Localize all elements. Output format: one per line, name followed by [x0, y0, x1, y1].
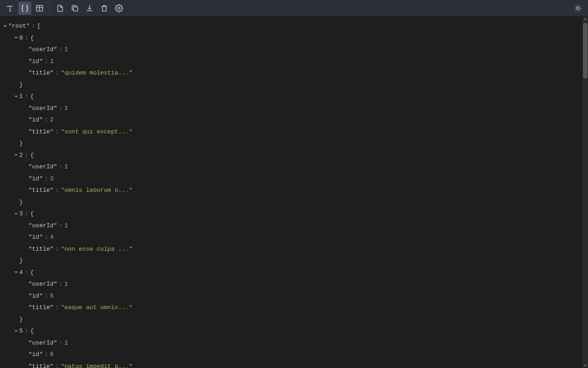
array-index: 0 [19, 34, 23, 43]
array-item-1[interactable]: 1 : { [2, 91, 588, 103]
prop-id-3[interactable]: "id" : 4 [2, 231, 588, 243]
gear-icon [115, 4, 123, 12]
sun-icon [574, 4, 582, 12]
caret-icon[interactable] [13, 329, 19, 334]
array-open: [ [37, 22, 41, 31]
colon: : [56, 303, 59, 312]
prop-val-userId: 1 [64, 104, 68, 113]
prop-userId-1[interactable]: "userId" : 1 [2, 103, 588, 115]
array-index: 3 [19, 209, 23, 218]
array-item-0[interactable]: 0 : { [2, 32, 588, 44]
colon: : [56, 362, 59, 368]
colon: : [25, 151, 28, 160]
prop-title-5[interactable]: "title" : "natus impedit q..." [2, 361, 588, 368]
prop-val-userId: 1 [64, 162, 68, 172]
colon: : [25, 268, 28, 277]
delete-button[interactable] [98, 2, 111, 15]
prop-val-userId: 1 [64, 221, 68, 230]
colon: : [56, 186, 59, 195]
caret-icon[interactable] [13, 35, 19, 40]
prop-val-userId: 1 [64, 339, 68, 348]
toolbar-right [571, 2, 584, 15]
prop-val-userId: 1 [64, 280, 68, 289]
copy-icon [71, 4, 79, 12]
colon: : [56, 245, 59, 254]
prop-id-5[interactable]: "id" : 6 [2, 349, 588, 361]
prop-val-id: 1 [50, 57, 54, 66]
scrollbar-thumb[interactable] [583, 23, 588, 78]
prop-userId-0[interactable]: "userId" : 1 [2, 44, 588, 56]
settings-button[interactable] [113, 2, 125, 15]
prop-title-0[interactable]: "title" : "quidem molestia..." [2, 67, 588, 79]
caret-icon[interactable] [2, 24, 8, 29]
scroll-up-arrow[interactable] [582, 17, 588, 22]
prop-key-title: "title" [28, 127, 54, 137]
colon: : [32, 22, 35, 31]
scroll-down-arrow[interactable] [582, 362, 588, 368]
tree-view-button[interactable] [18, 2, 31, 15]
prop-title-1[interactable]: "title" : "sunt qui except..." [2, 126, 588, 138]
colon: : [59, 162, 62, 172]
prop-id-4[interactable]: "id" : 5 [2, 290, 588, 302]
colon: : [56, 69, 59, 78]
object-close-0: } [2, 79, 588, 91]
file-icon [56, 4, 64, 12]
text-view-button[interactable] [4, 2, 17, 15]
prop-key-title: "title" [28, 303, 54, 312]
new-button[interactable] [54, 2, 67, 15]
root-node[interactable]: "root" : [ [2, 20, 588, 32]
root-key: "root" [8, 22, 30, 31]
prop-key-id: "id" [28, 115, 43, 125]
array-item-2[interactable]: 2 : { [2, 150, 588, 161]
toolbar-left [4, 2, 125, 15]
prop-key-id: "id" [28, 292, 43, 301]
colon: : [45, 57, 48, 66]
prop-id-2[interactable]: "id" : 3 [2, 173, 588, 185]
scrollbar[interactable] [582, 17, 588, 368]
prop-key-id: "id" [28, 233, 43, 242]
colon: : [45, 115, 48, 125]
prop-key-userId: "userId" [28, 339, 57, 348]
table-icon [35, 4, 44, 12]
download-button[interactable] [83, 2, 96, 15]
table-view-button[interactable] [33, 2, 46, 15]
object-open: { [30, 34, 34, 43]
prop-title-4[interactable]: "title" : "eaque aut omnis..." [2, 302, 588, 314]
toolbar-divider [50, 4, 50, 13]
prop-key-userId: "userId" [28, 162, 57, 172]
prop-key-title: "title" [28, 362, 54, 368]
prop-id-0[interactable]: "id" : 1 [2, 56, 588, 68]
object-open: { [30, 327, 34, 336]
caret-icon[interactable] [13, 94, 19, 99]
braces-icon [21, 4, 29, 12]
caret-icon[interactable] [13, 212, 19, 216]
prop-userId-5[interactable]: "userId" : 1 [2, 337, 588, 349]
array-item-5[interactable]: 5 : { [2, 325, 588, 337]
array-index: 1 [19, 92, 23, 101]
prop-val-id: 3 [50, 174, 54, 184]
colon: : [59, 280, 62, 289]
prop-id-1[interactable]: "id" : 2 [2, 114, 588, 126]
prop-userId-2[interactable]: "userId" : 1 [2, 161, 588, 173]
theme-button[interactable] [571, 2, 584, 15]
prop-userId-3[interactable]: "userId" : 1 [2, 220, 588, 232]
prop-val-title: "non esse culpa ..." [61, 245, 132, 254]
object-close-2: } [2, 196, 588, 208]
prop-title-2[interactable]: "title" : "omnis laborum o..." [2, 184, 588, 196]
prop-key-id: "id" [28, 57, 43, 66]
caret-icon[interactable] [13, 270, 19, 275]
copy-button[interactable] [68, 2, 81, 15]
caret-icon[interactable] [13, 153, 19, 157]
prop-key-title: "title" [28, 69, 54, 78]
prop-userId-4[interactable]: "userId" : 1 [2, 278, 588, 290]
svg-rect-1 [74, 7, 78, 11]
prop-title-3[interactable]: "title" : "non esse culpa ..." [2, 243, 588, 255]
array-index: 4 [19, 268, 23, 277]
object-close-1: } [2, 138, 588, 150]
colon: : [56, 127, 59, 137]
prop-key-userId: "userId" [28, 280, 57, 289]
array-item-4[interactable]: 4 : { [2, 267, 588, 279]
prop-val-id: 6 [50, 350, 54, 359]
prop-val-title: "natus impedit q..." [61, 362, 132, 368]
array-item-3[interactable]: 3 : { [2, 208, 588, 220]
